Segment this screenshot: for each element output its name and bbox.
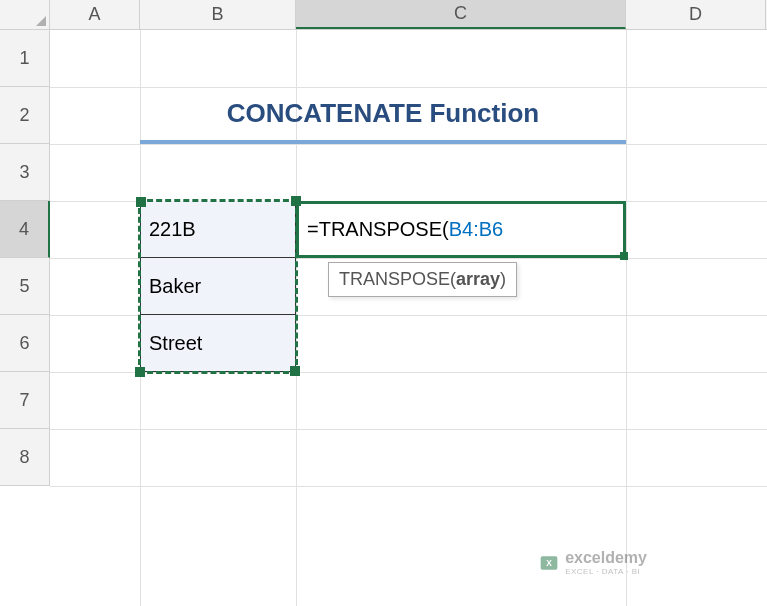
column-header-c[interactable]: C — [296, 0, 626, 29]
watermark-tagline: EXCEL · DATA · BI — [565, 567, 647, 576]
column-header-b[interactable]: B — [140, 0, 296, 29]
watermark-name: exceldemy — [565, 549, 647, 567]
tooltip-suffix: ) — [500, 269, 506, 289]
cell-b6[interactable]: Street — [140, 315, 296, 372]
row-headers: 1 2 3 4 5 6 7 8 — [0, 30, 50, 486]
column-headers: A B C D — [0, 0, 767, 30]
column-header-d[interactable]: D — [626, 0, 766, 29]
row-header-8[interactable]: 8 — [0, 429, 50, 486]
gridline — [50, 486, 767, 487]
row-header-7[interactable]: 7 — [0, 372, 50, 429]
spreadsheet-grid: A B C D 1 2 3 4 5 6 7 8 CONCATENATE Func… — [0, 0, 767, 606]
function-tooltip[interactable]: TRANSPOSE(array) — [328, 262, 517, 297]
row-header-1[interactable]: 1 — [0, 30, 50, 87]
svg-text:X: X — [546, 558, 552, 568]
excel-icon: X — [539, 553, 559, 573]
cell-c4-active[interactable]: =TRANSPOSE(B4:B6 — [296, 201, 626, 258]
selection-handle — [135, 367, 145, 377]
column-header-a[interactable]: A — [50, 0, 140, 29]
gridline — [626, 30, 627, 606]
select-all-corner[interactable] — [0, 0, 50, 29]
cell-b5[interactable]: Baker — [140, 258, 296, 315]
gridline — [50, 144, 767, 145]
tooltip-arg: array — [456, 269, 500, 289]
formula-reference: B4:B6 — [449, 218, 503, 241]
gridline — [50, 372, 767, 373]
row-header-5[interactable]: 5 — [0, 258, 50, 315]
row-header-6[interactable]: 6 — [0, 315, 50, 372]
title-cell[interactable]: CONCATENATE Function — [140, 87, 626, 144]
row-header-3[interactable]: 3 — [0, 144, 50, 201]
tooltip-func: TRANSPOSE( — [339, 269, 456, 289]
row-header-2[interactable]: 2 — [0, 87, 50, 144]
formula-prefix: =TRANSPOSE( — [307, 218, 449, 241]
watermark: X exceldemy EXCEL · DATA · BI — [539, 549, 647, 576]
cell-b4[interactable]: 221B — [140, 201, 296, 258]
selection-handle — [291, 196, 301, 206]
row-header-4[interactable]: 4 — [0, 201, 50, 258]
gridline — [50, 429, 767, 430]
